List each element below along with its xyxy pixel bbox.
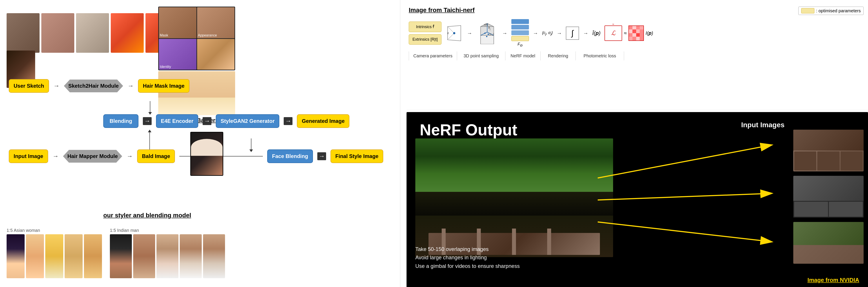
svg-point-15 [488,34,489,35]
nerf-arrow-3: → [533,30,538,36]
svg-text:j: j [490,28,490,30]
arrow-1: → [53,83,60,90]
camera-params-group: Intrinsics f̂ Extrinsics [R|t] [409,22,441,44]
face-bald: I_bald [41,13,74,53]
bottom-text-line-2: Avoid large changes in lighting [415,253,520,262]
arrow-5: → [284,117,292,125]
asian-face-3 [45,234,63,278]
asian-strip-container: 1:5 Asian woman [7,228,108,278]
hair-mask-box: Hair Mask Image [138,79,189,93]
opt-params-legend: : optimised parameters [798,7,864,15]
svg-text:d: d [447,32,449,35]
right-panel: Image from Taichi-nerf : optimised param… [406,4,868,283]
nerf-bottom-text: Take 50-150 overlaping images Avoid larg… [415,245,520,270]
middle-flow-row: Blending → E4E Encoder → StyleGAN2 Gener… [103,114,349,128]
top-face-row: I_arc I_bald I_sketch I_edit I_B [7,7,179,53]
blending-box: Blending [103,114,138,128]
forest-image [415,138,613,257]
vertical-arrow-3 [148,130,151,150]
hair-mapper-box: Hair Mapper Module [63,150,122,163]
nerf-output-section: NeRF Output Input Images [406,112,868,287]
flow-area: User Sketch → Sketch2Hair Module → Hair … [7,75,398,206]
bottom-flow-row: Input Image → Hair Mapper Module → Bald … [9,150,383,163]
camera-frustum: d [445,24,463,42]
svg-text:}: } [493,33,494,35]
input-img-1 [793,130,864,171]
indian-face-4 [180,234,202,278]
i-p-grid [628,26,644,41]
styler-label: our styler and blending model [103,212,191,219]
nerf-labels-row: Camera parameters 3D point sampling NeRF… [409,52,866,60]
point-sampling-label: 3D point sampling [457,52,505,60]
user-sketch-box: User Sketch [9,79,49,93]
bald-image-box: Bald Image [137,150,175,163]
taichi-nerf-section: Image from Taichi-nerf : optimised param… [406,4,868,110]
face-sketch: I_sketch [76,13,109,53]
loss-group: ℒ ≈ ≈ I(p) [604,26,653,41]
left-panel: I_arc I_bald I_sketch I_edit I_B [4,4,400,283]
3d-cube: h j r(h) {x j } [476,22,498,44]
nerf-arrow-5: → [583,30,588,36]
face-arc: I_arc [7,13,39,53]
indian-label: 1:5 Indian man [110,228,233,233]
asian-face-5 [84,234,102,278]
indian-face-1 [110,234,132,278]
svg-point-14 [484,33,486,34]
opt-params-box [801,8,814,13]
barbershop-cell-identity: Identity [159,39,196,70]
loss-box: ℒ ≈ [604,26,622,41]
sketch2hair-box: Sketch2Hair Module [64,79,123,92]
asian-face-1 [7,234,25,278]
nerf-output-title: NeRF Output [420,121,517,139]
i-hat-p: Î(p) [592,30,600,36]
face-edit: I_edit [111,13,144,53]
arrow-4: → [203,117,211,125]
integral-box: ∫ [566,27,579,40]
nerf-model-label: NeRF model [505,52,540,60]
taichi-header: Image from Taichi-nerf [409,7,866,17]
opt-params-text: : optimised parameters [816,8,861,13]
stylegan2-box: StyleGAN2 Generator [216,114,279,128]
svg-text:j: j [492,34,493,36]
indian-strip-container: 1:5 Indian man [110,228,233,278]
input-img-3 [793,222,864,264]
nerf-model-group: FΘ [512,19,529,47]
nvidia-link[interactable]: Image from NVIDIA [808,277,860,284]
nerf-arrow-2: → [502,30,507,36]
arrow-8: → [317,152,326,160]
svg-text:{x: {x [489,33,492,35]
generated-image-box: Generated Image [297,114,349,128]
e4e-box: E4E Encoder [156,114,198,128]
asian-face-4 [65,234,83,278]
nerf-flow-row: Intrinsics f̂ Extrinsics [R|t] d [409,19,866,47]
svg-text:r(h): r(h) [484,23,488,26]
indian-face-strip [110,234,233,278]
vertical-arrow-1 [148,101,152,115]
i-p-label: I(p) [646,30,653,36]
asian-face-2 [26,234,44,278]
top-flow-row: User Sketch → Sketch2Hair Module → Hair … [9,79,189,93]
final-style-box: Final Style Image [331,150,383,163]
input-images-column [793,130,864,264]
nerf-layers [512,19,529,41]
rendering-label: Rendering [540,52,576,60]
c-sigma-label: {cj, σj} [542,31,553,36]
extrinsics-box: Extrinsics [R|t] [409,34,441,44]
svg-point-3 [453,32,455,34]
bottom-text-line-1: Take 50-150 overlaping images [415,245,520,253]
arrow-2: → [127,83,134,90]
svg-line-20 [598,145,771,178]
arrow-3: → [143,117,152,125]
main-container: I_arc I_bald I_sketch I_edit I_B [0,0,868,287]
barbershop-cell-mask: Image from Taichi-nerfMask [159,7,196,38]
input-image-box: Input Image [9,150,48,163]
face-blending-box: Face Blending [267,150,313,163]
svg-point-16 [486,36,487,37]
approx-symbol: ≈ [624,30,627,36]
indian-face-5 [203,234,225,278]
indian-face-2 [133,234,155,278]
camera-params-label: Camera parameters [409,52,457,60]
section-divider [400,0,400,287]
arrow-6: → [53,153,59,160]
svg-line-21 [598,193,771,200]
